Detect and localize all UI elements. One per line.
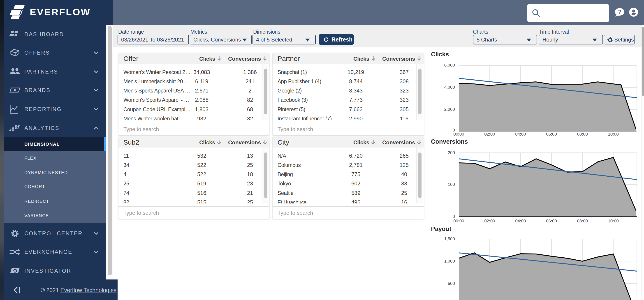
svg-text:10:00: 10:00 — [608, 218, 619, 223]
svg-text:100: 100 — [448, 182, 455, 187]
svg-text:2,000: 2,000 — [444, 107, 455, 112]
svg-text:6,000: 6,000 — [444, 63, 455, 68]
svg-text:0: 0 — [452, 214, 455, 219]
svg-text:06:00: 06:00 — [546, 218, 557, 223]
svg-text:04:00: 04:00 — [515, 132, 526, 136]
svg-text:08:00: 08:00 — [577, 132, 588, 136]
svg-text:00:00: 00:00 — [453, 218, 464, 223]
svg-text:04:00: 04:00 — [515, 218, 526, 223]
svg-text:Payout: Payout — [431, 226, 451, 232]
svg-text:08:00: 08:00 — [577, 218, 588, 223]
svg-text:Clicks: Clicks — [431, 51, 449, 58]
svg-text:Conversions: Conversions — [431, 138, 468, 145]
svg-text:02:00: 02:00 — [484, 218, 495, 223]
svg-text:1,000: 1,000 — [444, 259, 455, 264]
svg-text:02:00: 02:00 — [484, 132, 495, 136]
svg-text:10:00: 10:00 — [608, 132, 619, 136]
svg-text:06:00: 06:00 — [546, 132, 557, 136]
svg-text:4,000: 4,000 — [444, 85, 455, 90]
svg-text:1,500: 1,500 — [444, 236, 455, 241]
svg-text:?: ? — [618, 8, 622, 15]
svg-text:200: 200 — [448, 150, 455, 155]
svg-text:00:00: 00:00 — [453, 132, 464, 136]
svg-text:500: 500 — [448, 281, 455, 286]
